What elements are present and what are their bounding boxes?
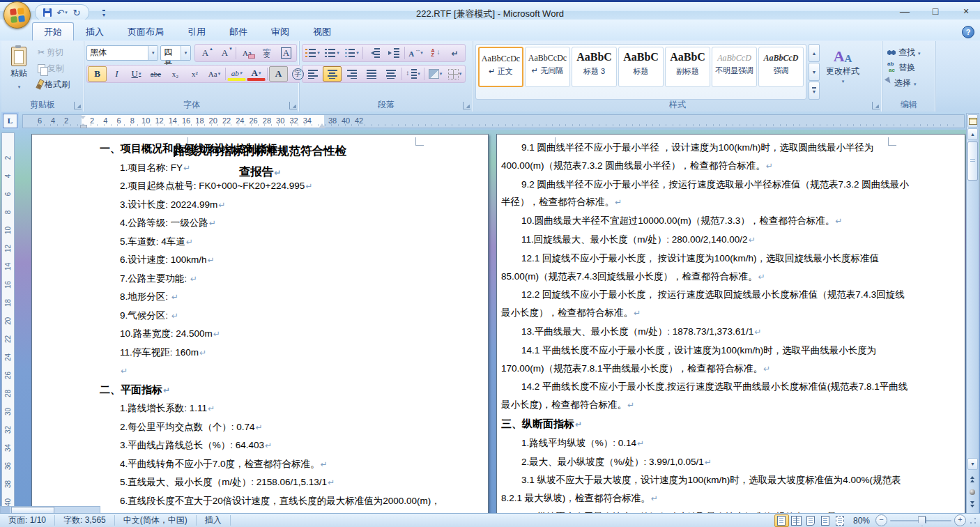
paragraph[interactable]: 3.平曲线占路线总长（%）: 64.403↵	[84, 436, 460, 455]
previous-page-button[interactable]	[968, 476, 976, 482]
paste-button[interactable]: 粘贴	[3, 44, 34, 100]
tab-页面布局[interactable]: 页面布局	[116, 22, 176, 40]
paragraph[interactable]: 4.公路等级: 一级公路↵	[84, 214, 460, 233]
chevron-down-icon[interactable]	[181, 46, 190, 60]
cut-button[interactable]: 剪切	[36, 45, 72, 59]
paragraph[interactable]: 7.公路主要功能: ↵	[84, 270, 460, 289]
style-card-不明显强调[interactable]: AaBbCcD不明显强调	[712, 47, 757, 87]
language-indicator[interactable]: 中文(简体，中国)	[115, 515, 197, 526]
dialog-launcher-icon[interactable]	[463, 102, 470, 109]
tab-开始[interactable]: 开始	[32, 22, 74, 40]
tab-插入[interactable]: 插入	[74, 22, 116, 40]
paragraph[interactable]: 8.地形分区: ↵	[84, 288, 460, 307]
qat-customize-button[interactable]	[98, 8, 110, 20]
full-screen-reading-view-button[interactable]	[789, 514, 804, 527]
paragraph[interactable]: 9.气候分区: ↵	[84, 307, 460, 326]
paragraph[interactable]: 二、平面指标↵	[84, 381, 460, 400]
subscript-button[interactable]: x₂	[166, 66, 185, 82]
numbering-button[interactable]	[323, 45, 342, 61]
paragraph[interactable]: 10.圆曲线最大半径不宜超过10000.00(m)（规范7.3.3），检查都符合…	[501, 212, 912, 231]
page-1-content[interactable]: 路线几何指标的标准规范符合性检查报告↵一、项目概况和几何线形设计控制指标↵1.项…	[32, 135, 488, 513]
strikethrough-button[interactable]: abe	[146, 66, 165, 82]
document-page-1[interactable]: 路线几何指标的标准规范符合性检查报告↵一、项目概况和几何线形设计控制指标↵1.项…	[31, 134, 489, 514]
paragraph[interactable]: 10.路基宽度: 24.500m↵	[84, 325, 460, 344]
paragraph[interactable]: 6.设计速度: 100km/h↵	[84, 251, 460, 270]
dialog-launcher-icon[interactable]	[74, 102, 82, 109]
style-card-标题[interactable]: AaBbC标题	[618, 47, 664, 87]
gallery-scroll-down-button[interactable]	[809, 63, 820, 81]
paragraph[interactable]: 14.2 平曲线长度不应小于最小长度,按运行速度选取平曲线最小长度标准值(规范表…	[501, 378, 912, 415]
page-indicator[interactable]: 页面: 1/10	[0, 515, 55, 526]
web-layout-view-button[interactable]	[804, 514, 818, 527]
tab-审阅[interactable]: 审阅	[259, 22, 301, 40]
gallery-more-button[interactable]	[809, 82, 820, 100]
font-size-combo[interactable]: 四号	[160, 45, 191, 61]
help-button[interactable]: ?	[962, 26, 974, 38]
outline-view-button[interactable]	[818, 514, 833, 527]
scroll-down-button[interactable]	[967, 458, 978, 470]
zoom-level[interactable]: 80%	[853, 516, 870, 526]
zoom-out-button[interactable]: −	[875, 514, 887, 526]
decrease-indent-button[interactable]	[365, 45, 383, 61]
right-indent-marker[interactable]	[319, 120, 326, 128]
grow-font-button[interactable]: A	[196, 45, 215, 61]
dialog-launcher-icon[interactable]	[872, 102, 880, 109]
zoom-in-button[interactable]: +	[954, 514, 966, 526]
paragraph[interactable]: 5.车道数: 4车道↵	[84, 233, 460, 252]
show-marks-button[interactable]	[445, 45, 464, 61]
paragraph[interactable]: 11.停车视距: 160m↵	[84, 344, 460, 362]
insert-mode-indicator[interactable]: 插入	[197, 515, 231, 526]
paragraph[interactable]: 三、纵断面指标↵	[501, 415, 912, 434]
text-highlight-button[interactable]: ab	[227, 67, 246, 81]
scrollbar-thumb[interactable]	[967, 142, 978, 181]
align-left-button[interactable]	[303, 66, 322, 82]
change-styles-button[interactable]: 更改样式	[822, 44, 864, 100]
paragraph[interactable]: 路线几何指标的标准规范符合性检查报告↵	[171, 140, 349, 183]
select-browse-object-button[interactable]	[970, 489, 975, 495]
paragraph[interactable]: 2.每公里平均交点数（个）: 0.74↵	[84, 418, 460, 437]
underline-button[interactable]: U	[127, 66, 146, 82]
paragraph[interactable]: 9.1 圆曲线半径不应小于最小半径 ，设计速度为100(km/h)时，选取圆曲线…	[501, 139, 912, 176]
replace-button[interactable]: 替换	[885, 61, 933, 75]
office-button[interactable]	[3, 1, 31, 29]
paragraph[interactable]: 12.2 回旋线不应小于最小长度， 按运行速度选取回旋线最小长度标准值（规范表7…	[501, 286, 912, 323]
maximize-button[interactable]: □	[926, 6, 945, 17]
style-card-无间隔[interactable]: AaBbCcDc↵ 无间隔	[525, 47, 570, 87]
bold-button[interactable]: B	[88, 66, 107, 82]
align-center-button[interactable]	[323, 66, 342, 82]
word-count[interactable]: 字数: 3,565	[55, 515, 115, 526]
save-button[interactable]	[41, 6, 54, 19]
resize-grip[interactable]	[969, 517, 977, 525]
paragraph[interactable]: 2.最大、最小纵坡度（%/处）: 3.99/1,0.05/1↵	[501, 453, 912, 472]
change-case-button[interactable]: Aa	[205, 66, 224, 82]
zoom-slider[interactable]	[890, 515, 951, 526]
format-painter-button[interactable]: 格式刷	[36, 77, 72, 91]
scroll-left-button[interactable]	[1, 507, 10, 513]
page-2-content[interactable]: 9.1 圆曲线半径不应小于最小半径 ，设计速度为100(km/h)时，选取圆曲线…	[497, 135, 965, 513]
multilevel-list-button[interactable]	[342, 45, 361, 61]
character-shading-button[interactable]: A	[269, 66, 288, 82]
style-card-副标题[interactable]: AaBbC副标题	[665, 47, 710, 87]
style-card-强调[interactable]: AaBbCcD强调	[758, 47, 804, 87]
paragraph[interactable]: 3.2 纵坡不应大于最大坡度，按运行速度选取最大坡度标准值(规范表8.2.1 最	[501, 508, 912, 513]
minimize-button[interactable]: —	[895, 6, 914, 17]
bullets-button[interactable]	[303, 45, 322, 61]
horizontal-ruler[interactable]: 642246810121416182022242628303234384042	[22, 114, 965, 128]
italic-button[interactable]: I	[107, 66, 126, 82]
toggle-ruler-button[interactable]	[967, 114, 978, 128]
gallery-scroll-up-button[interactable]	[809, 44, 820, 62]
sort-button[interactable]	[426, 45, 445, 61]
tab-视图[interactable]: 视图	[301, 22, 343, 40]
tab-selector-button[interactable]: L	[3, 114, 17, 128]
clear-formatting-button[interactable]: Aa	[238, 45, 257, 61]
redo-button[interactable]: ↻	[70, 6, 83, 19]
vertical-scrollbar[interactable]	[966, 113, 979, 514]
font-color-button[interactable]: A	[247, 67, 266, 81]
style-card-正文[interactable]: AaBbCcDc↵ 正文	[478, 47, 523, 87]
paragraph[interactable]: 6.直线段长度不宜大于20倍设计速度，直线长度的最大标准值为2000.00(m)…	[84, 492, 460, 510]
vertical-ruler[interactable]: 246810121416182022242628303234363840	[1, 132, 15, 510]
paragraph[interactable]: 3.1 纵坡不应大于最大坡度，设计速度为100(km/h)时，选取最大坡度标准值…	[501, 471, 912, 508]
asian-layout-button[interactable]	[406, 45, 425, 61]
paragraph[interactable]: 1.路线平均纵坡（%）: 0.14↵	[501, 434, 912, 453]
print-layout-view-button[interactable]	[774, 514, 789, 527]
